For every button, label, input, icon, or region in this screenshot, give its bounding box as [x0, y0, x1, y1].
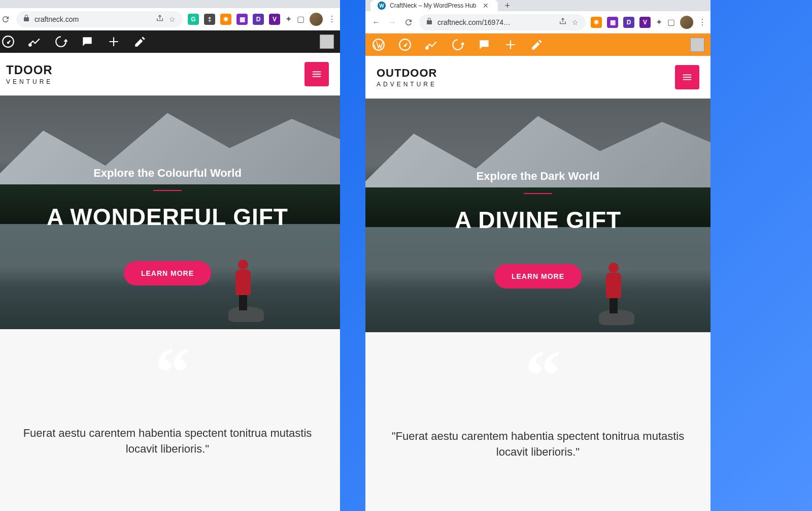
site-header: OUTDOOR ADVENTURE [365, 56, 710, 99]
svg-point-5 [404, 45, 406, 47]
d-icon[interactable]: D [623, 17, 634, 28]
menu-button[interactable] [304, 62, 329, 86]
wp-admin-bar [365, 34, 710, 56]
edit-icon[interactable] [530, 38, 544, 52]
ext-icon-4[interactable]: ▦ [607, 17, 618, 28]
share-icon[interactable] [559, 17, 567, 27]
extensions-row: G ‡ ✱ ▦ D V ✦ ▢ ⋮ [188, 13, 335, 26]
svg-point-2 [28, 43, 32, 47]
wordpress-icon[interactable] [371, 38, 386, 52]
d-icon[interactable]: D [253, 14, 264, 25]
puzzle-icon[interactable]: ✦ [285, 14, 292, 24]
reload-icon[interactable] [403, 18, 414, 27]
wp-profile-avatar[interactable] [690, 38, 704, 52]
quote-mark-icon: “ [381, 358, 695, 393]
logo-line2: VENTURE [6, 78, 53, 85]
quote-section: “ Fuerat aestu carentem habentia specten… [0, 329, 340, 511]
url-field[interactable]: craftneck.com ☆ [16, 11, 183, 27]
star-icon[interactable]: ☆ [169, 15, 176, 23]
extensions-row: ✱ ▦ D V ✦ ▢ ⋮ [591, 16, 705, 29]
address-bar: ← → craftneck.com/16974… ☆ ✱ ▦ D V ✦ ▢ ⋮ [365, 11, 710, 34]
learn-more-button[interactable]: LEARN MORE [494, 264, 582, 289]
lock-icon [426, 18, 432, 26]
quote-text: Fuerat aestu carentem habentia spectent … [10, 426, 325, 457]
tab-strip: W CraftNeck – My WordPress Hub ✕ + [365, 0, 710, 11]
browser-tab[interactable]: W CraftNeck – My WordPress Hub ✕ [370, 0, 498, 11]
updates-icon[interactable] [54, 35, 68, 49]
kebab-icon[interactable]: ⋮ [328, 14, 335, 24]
forward-icon[interactable]: → [387, 18, 398, 27]
brave-icon[interactable]: V [639, 17, 651, 28]
panel-icon[interactable]: ▢ [667, 17, 675, 27]
hamburger-icon [682, 72, 693, 83]
tab-close-icon[interactable]: ✕ [481, 2, 491, 10]
logo-line1: TDOOR [6, 63, 53, 77]
profile-avatar[interactable] [310, 13, 323, 26]
ext-icon-2[interactable]: ‡ [204, 14, 215, 25]
back-icon[interactable]: ← [370, 18, 382, 27]
tab-strip [0, 0, 340, 8]
hamburger-icon [311, 69, 322, 80]
star-icon[interactable]: ☆ [572, 18, 579, 26]
quote-section: “ "Fuerat aestu carentem habentia specte… [365, 332, 710, 511]
wordpress-favicon-icon: W [378, 2, 386, 10]
learn-more-button[interactable]: LEARN MORE [124, 261, 211, 285]
url-text: craftneck.com [35, 15, 151, 23]
ext-icon-3[interactable]: ✱ [591, 17, 602, 28]
svg-point-1 [7, 42, 9, 44]
brave-icon[interactable]: V [269, 14, 280, 25]
site-logo[interactable]: TDOOR VENTURE [6, 63, 53, 85]
hero-title: A WONDERFUL GIFT [0, 203, 340, 231]
url-text: craftneck.com/16974… [437, 18, 554, 26]
address-bar: craftneck.com ☆ G ‡ ✱ ▦ D V ✦ ▢ ⋮ [0, 8, 340, 30]
customize-icon[interactable] [27, 35, 42, 49]
hero-subtitle: Explore the Colourful World [0, 167, 340, 180]
ext-icon-4[interactable]: ▦ [236, 14, 248, 25]
browser-window-left: craftneck.com ☆ G ‡ ✱ ▦ D V ✦ ▢ ⋮ T [0, 0, 340, 511]
new-icon[interactable] [107, 35, 121, 49]
wp-admin-bar [0, 30, 340, 53]
hero-divider [524, 193, 552, 194]
logo-line2: ADVENTURE [377, 81, 437, 88]
hero-section: Explore the Colourful World A WONDERFUL … [0, 95, 340, 329]
comments-icon[interactable] [80, 35, 94, 49]
ext-icon-3[interactable]: ✱ [220, 14, 231, 25]
lock-icon [23, 15, 29, 23]
browser-window-right: W CraftNeck – My WordPress Hub ✕ + ← → c… [365, 0, 710, 511]
new-icon[interactable] [503, 38, 518, 52]
puzzle-icon[interactable]: ✦ [656, 17, 662, 27]
svg-point-6 [425, 46, 429, 50]
new-tab-button[interactable]: + [502, 1, 514, 11]
edit-icon[interactable] [133, 35, 147, 49]
tab-title: CraftNeck – My WordPress Hub [390, 2, 477, 9]
logo-line1: OUTDOOR [377, 67, 437, 80]
panel-icon[interactable]: ▢ [297, 14, 304, 24]
updates-icon[interactable] [451, 38, 465, 52]
hero-subtitle: Explore the Dark World [365, 170, 710, 183]
hero-section: Explore the Dark World A DIVINE GIFT LEA… [365, 99, 710, 332]
share-icon[interactable] [156, 14, 164, 24]
comments-icon[interactable] [477, 38, 491, 52]
profile-avatar[interactable] [680, 16, 693, 29]
dashboard-icon[interactable] [398, 38, 412, 52]
site-logo[interactable]: OUTDOOR ADVENTURE [377, 67, 437, 88]
url-field[interactable]: craftneck.com/16974… ☆ [419, 14, 586, 30]
reload-icon[interactable] [0, 15, 11, 24]
wp-profile-avatar[interactable] [320, 35, 334, 49]
dashboard-icon[interactable] [1, 35, 15, 49]
hero-divider [153, 190, 182, 191]
menu-button[interactable] [675, 65, 699, 89]
site-header: TDOOR VENTURE [0, 53, 340, 95]
grammarly-icon[interactable]: G [188, 14, 199, 25]
customize-icon[interactable] [424, 38, 438, 52]
quote-mark-icon: “ [10, 355, 325, 390]
kebab-icon[interactable]: ⋮ [698, 17, 705, 27]
hero-title: A DIVINE GIFT [365, 206, 710, 234]
quote-text: "Fuerat aestu carentem habentia spectent… [381, 429, 695, 460]
